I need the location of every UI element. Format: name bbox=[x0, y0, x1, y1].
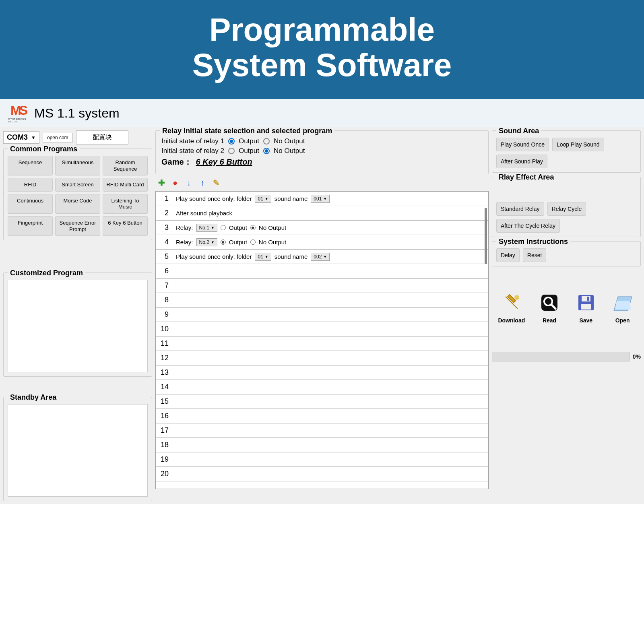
config-block-button[interactable]: 配置块 bbox=[76, 130, 128, 144]
relay-initial-title: Relay initial state selection and select… bbox=[160, 127, 334, 135]
open-icon bbox=[611, 291, 635, 315]
step-row-2[interactable]: 2 After sound playback bbox=[156, 206, 488, 221]
row4-output-radio[interactable] bbox=[221, 239, 226, 245]
step-row-11[interactable]: 11 bbox=[156, 336, 488, 351]
relay-num-select-4[interactable]: No.2▼ bbox=[196, 238, 217, 246]
step-row-13[interactable]: 13 bbox=[156, 365, 488, 380]
step-toolbar: ✚ ● ↓ ↑ ✎ bbox=[155, 178, 489, 188]
app-body: COM3▼ open com 配置块 Common Programs Seque… bbox=[0, 127, 644, 504]
read-icon bbox=[537, 291, 561, 315]
prog-sequence[interactable]: Sequence bbox=[8, 156, 53, 175]
progress-track bbox=[492, 352, 630, 361]
move-up-icon[interactable]: ↑ bbox=[198, 178, 207, 187]
prog-6key[interactable]: 6 Key 6 Button bbox=[103, 216, 148, 236]
move-down-icon[interactable]: ↓ bbox=[184, 178, 193, 187]
logo: MS MYSTERIOUS STUDIO bbox=[8, 103, 28, 123]
prog-seq-error[interactable]: Sequence Error Prompt bbox=[55, 216, 100, 236]
prog-rfid[interactable]: RFID bbox=[8, 178, 53, 192]
play-sound-once-button[interactable]: Play Sound Once bbox=[496, 138, 549, 151]
relay2-output-radio[interactable] bbox=[228, 148, 235, 154]
standby-area-group: Standby Area bbox=[3, 397, 152, 501]
standby-area[interactable] bbox=[8, 404, 148, 497]
action-icons-row: Download Read Save Open bbox=[492, 291, 641, 324]
prog-random-sequence[interactable]: Random Sequence bbox=[103, 156, 148, 175]
step-row-5[interactable]: 5 Play sound once only: folder 01▼ sound… bbox=[156, 250, 488, 264]
delay-button[interactable]: Delay bbox=[496, 248, 520, 262]
customized-program-group: Customized Program bbox=[3, 272, 152, 377]
save-action[interactable]: Save bbox=[574, 291, 598, 324]
row3-nooutput-radio[interactable] bbox=[250, 225, 256, 230]
top-controls: COM3▼ open com 配置块 bbox=[3, 130, 152, 144]
relay-cycle-button[interactable]: Relay Cycle bbox=[547, 202, 586, 216]
folder-select-1[interactable]: 01▼ bbox=[255, 195, 271, 203]
step-row-1[interactable]: 1 Play sound once only: folder 01▼ sound… bbox=[156, 192, 488, 206]
download-action[interactable]: Download bbox=[498, 291, 525, 324]
step-row-6[interactable]: 6 bbox=[156, 264, 488, 279]
customized-program-area[interactable] bbox=[8, 280, 148, 372]
open-action[interactable]: Open bbox=[611, 291, 635, 324]
row3-output-radio[interactable] bbox=[221, 225, 226, 230]
step-row-10[interactable]: 10 bbox=[156, 322, 488, 336]
step-row-8[interactable]: 8 bbox=[156, 293, 488, 308]
step-row-3[interactable]: 3 Relay: No.1▼ Output No Output bbox=[156, 221, 488, 235]
logo-subtext: MYSTERIOUS STUDIO bbox=[8, 118, 28, 123]
step-row-7[interactable]: 7 bbox=[156, 279, 488, 293]
step-row-17[interactable]: 17 bbox=[156, 423, 488, 438]
sound-area-group: Sound Area Play Sound Once Loop Play Sou… bbox=[492, 130, 641, 173]
program-grid: Sequence Simultaneous Random Sequence RF… bbox=[8, 156, 148, 236]
step-row-14[interactable]: 14 bbox=[156, 380, 488, 394]
step-row-18[interactable]: 18 bbox=[156, 438, 488, 452]
folder-select-5[interactable]: 01▼ bbox=[255, 253, 271, 261]
common-programs-title: Common Programs bbox=[8, 145, 80, 153]
after-sound-play-button[interactable]: After Sound Play bbox=[496, 155, 547, 168]
after-cycle-relay-button[interactable]: After The Cycle Relay bbox=[496, 219, 560, 233]
step-row-20[interactable]: 20 bbox=[156, 467, 488, 481]
step-row-16[interactable]: 16 bbox=[156, 409, 488, 423]
com-port-select[interactable]: COM3▼ bbox=[3, 131, 39, 144]
relay-initial-group: Relay initial state selection and select… bbox=[155, 130, 489, 174]
download-icon bbox=[500, 291, 524, 315]
left-column: COM3▼ open com 配置块 Common Programs Seque… bbox=[3, 130, 152, 501]
chevron-down-icon: ▼ bbox=[31, 135, 36, 140]
step-row-19[interactable]: 19 bbox=[156, 452, 488, 467]
prog-simultaneous[interactable]: Simultaneous bbox=[55, 156, 100, 175]
prog-continuous[interactable]: Continuous bbox=[8, 194, 53, 214]
svg-rect-7 bbox=[581, 304, 591, 310]
relay1-row: Initial state of relay 1 Output No Outpu… bbox=[161, 137, 483, 145]
loop-play-sound-button[interactable]: Loop Play Sound bbox=[552, 138, 604, 151]
wand-icon[interactable]: ✎ bbox=[212, 178, 221, 187]
banner: Programmable System Software bbox=[0, 0, 644, 99]
system-instructions-title: System Instructions bbox=[496, 237, 570, 246]
relay2-row: Initial state of relay 2 Output No Outpu… bbox=[161, 147, 483, 155]
open-com-button[interactable]: open com bbox=[43, 133, 73, 142]
prog-fingerprint[interactable]: Fingerprint bbox=[8, 216, 53, 236]
row4-nooutput-radio[interactable] bbox=[250, 239, 256, 245]
relay1-nooutput-radio[interactable] bbox=[263, 138, 270, 144]
standard-relay-button[interactable]: Standard Relay bbox=[496, 202, 544, 216]
reset-button[interactable]: Reset bbox=[523, 248, 547, 262]
step-row-9[interactable]: 9 bbox=[156, 308, 488, 322]
read-action[interactable]: Read bbox=[537, 291, 561, 324]
remove-icon[interactable]: ● bbox=[171, 178, 180, 187]
right-column: Sound Area Play Sound Once Loop Play Sou… bbox=[492, 130, 641, 501]
progress-bar: 0% bbox=[492, 352, 641, 361]
step-row-4[interactable]: 4 Relay: No.2▼ Output No Output bbox=[156, 235, 488, 250]
sound-select-1[interactable]: 001▼ bbox=[311, 195, 330, 203]
prog-listening[interactable]: Listening To Music bbox=[103, 194, 148, 214]
step-row-15[interactable]: 15 bbox=[156, 394, 488, 409]
game-row: Game： 6 Key 6 Button bbox=[161, 157, 483, 167]
titlebar: MS MYSTERIOUS STUDIO MS 1.1 system bbox=[0, 99, 644, 127]
scrollbar-thumb[interactable] bbox=[485, 208, 487, 264]
progress-percent: 0% bbox=[633, 353, 641, 360]
banner-title: Programmable System Software bbox=[0, 12, 644, 83]
prog-smart-screen[interactable]: Smart Screen bbox=[55, 178, 100, 192]
sound-select-5[interactable]: 002▼ bbox=[311, 253, 330, 261]
prog-morse[interactable]: Morse Code bbox=[55, 194, 100, 214]
relay2-nooutput-radio[interactable] bbox=[263, 148, 270, 154]
standby-area-title: Standby Area bbox=[8, 393, 59, 402]
step-row-12[interactable]: 12 bbox=[156, 351, 488, 365]
prog-rfid-multi[interactable]: RFID Multi Card bbox=[103, 178, 148, 192]
relay1-output-radio[interactable] bbox=[228, 138, 235, 144]
relay-num-select-3[interactable]: No.1▼ bbox=[196, 224, 217, 232]
add-icon[interactable]: ✚ bbox=[157, 178, 166, 187]
